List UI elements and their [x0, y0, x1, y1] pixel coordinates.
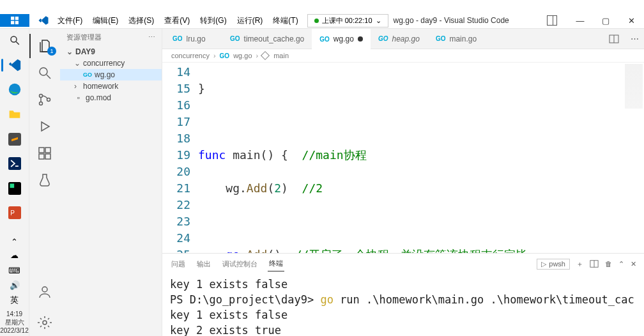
- tree-file-gomod[interactable]: ▫ go.mod: [60, 92, 162, 103]
- go-file-icon: GO: [319, 36, 330, 43]
- tab-wg[interactable]: GOwg.go: [312, 29, 371, 49]
- tree-folder-concurrency[interactable]: ⌄ concurrency: [60, 57, 162, 69]
- activity-testing[interactable]: [29, 167, 60, 194]
- split-editor-button[interactable]: [602, 34, 625, 44]
- task-powershell[interactable]: [4, 153, 26, 174]
- task-pycharm[interactable]: [4, 178, 26, 199]
- tab-label: main.go: [449, 34, 477, 43]
- activity-settings[interactable]: [29, 309, 60, 336]
- go-file-icon: GO: [230, 35, 240, 42]
- terminal-shell-select[interactable]: ▷pwsh: [537, 259, 570, 270]
- activity-debug[interactable]: [29, 113, 60, 140]
- go-file-icon: GO: [378, 35, 388, 42]
- recording-indicator[interactable]: 上课中 00:22:10 ⌄: [307, 14, 388, 27]
- menu-select[interactable]: 选择(S): [123, 13, 159, 28]
- svg-marker-18: [42, 122, 49, 131]
- menu-terminal[interactable]: 终端(T): [268, 13, 303, 28]
- code-content[interactable]: } func main() { //main协程 wg.Add(2) //2 g…: [198, 63, 644, 253]
- task-edge[interactable]: [4, 79, 26, 100]
- project-name: DAY9: [75, 47, 95, 56]
- tab-heap[interactable]: GOheap.go: [371, 29, 428, 49]
- terminal-output[interactable]: key 1 exists false PS D:\go_project\day9…: [162, 274, 644, 336]
- explorer-panel: 资源管理器 ⋯ ⌄ DAY9 ⌄ concurrency GO wg.go › …: [60, 29, 162, 336]
- more-icon[interactable]: ⋯: [148, 33, 155, 42]
- activity-bar: 1: [29, 29, 60, 336]
- more-actions[interactable]: ⋯: [625, 34, 644, 43]
- kill-terminal-button[interactable]: 🗑: [605, 260, 612, 268]
- activity-search[interactable]: [29, 59, 60, 86]
- task-vscode[interactable]: [4, 55, 26, 76]
- editor-area: GOlru.go GOtimeout_cache.go GOwg.go GOhe…: [162, 29, 644, 336]
- chevron-right-icon: ›: [256, 52, 259, 59]
- panel-tab-terminal[interactable]: 终端: [268, 256, 284, 271]
- close-panel-button[interactable]: ✕: [631, 260, 636, 268]
- chevron-down-icon: ⌄: [66, 47, 73, 56]
- tray-ime[interactable]: 英: [4, 294, 26, 306]
- taskbar-clock[interactable]: 14:19 星期六 2022/3/12: [0, 310, 29, 336]
- start-button[interactable]: [0, 14, 29, 27]
- tray-volume[interactable]: 🔊: [4, 280, 26, 291]
- activity-scm[interactable]: [29, 86, 60, 113]
- os-title-strip: [0, 0, 644, 13]
- svg-rect-19: [39, 148, 44, 153]
- breadcrumb-folder[interactable]: concurrency: [171, 52, 210, 59]
- recording-text: 上课中 00:22:10: [322, 16, 372, 26]
- tree-root[interactable]: ⌄ DAY9: [60, 46, 162, 57]
- tab-lru[interactable]: GOlru.go: [165, 29, 222, 49]
- svg-point-6: [8, 84, 20, 95]
- activity-explorer[interactable]: 1: [29, 33, 60, 59]
- panel-tab-debug[interactable]: 调试控制台: [221, 257, 259, 271]
- svg-rect-1: [15, 17, 19, 20]
- maximize-button[interactable]: ▢: [593, 13, 618, 29]
- tray-up[interactable]: ⌃: [4, 237, 26, 246]
- split-terminal-button[interactable]: [590, 259, 599, 268]
- task-sublime[interactable]: [4, 128, 26, 149]
- line-gutter: 141516171819202122232425: [162, 63, 198, 253]
- menu-view[interactable]: 查看(V): [159, 13, 195, 28]
- task-search[interactable]: [4, 30, 26, 51]
- chevron-right-icon: ›: [213, 52, 216, 59]
- new-terminal-button[interactable]: ＋: [576, 259, 583, 269]
- bottom-panel: 问题 输出 调试控制台 终端 ▷pwsh ＋ 🗑 ⌃ ✕ key 1 exist…: [162, 253, 644, 336]
- task-ppt[interactable]: P: [4, 202, 26, 224]
- svg-line-5: [16, 42, 19, 45]
- svg-rect-3: [15, 21, 19, 24]
- breadcrumb-file[interactable]: wg.go: [233, 52, 252, 59]
- panel-tab-problems[interactable]: 问题: [170, 257, 187, 271]
- panel-tabs: 问题 输出 调试控制台 终端 ▷pwsh ＋ 🗑 ⌃ ✕: [162, 254, 644, 274]
- tray-keyboard[interactable]: ⌨: [4, 264, 26, 275]
- breadcrumb[interactable]: concurrency › GO wg.go › main: [162, 49, 644, 63]
- tree-file-wg[interactable]: GO wg.go: [60, 69, 162, 80]
- tab-label: wg.go: [334, 34, 354, 43]
- folder-label: homework: [83, 82, 118, 91]
- file-icon: ▫: [74, 93, 83, 102]
- go-file-icon: GO: [83, 70, 92, 79]
- activity-extensions[interactable]: [29, 140, 60, 167]
- svg-rect-2: [11, 21, 14, 24]
- svg-text:P: P: [10, 210, 15, 217]
- activity-account[interactable]: [29, 279, 60, 305]
- editor-tabs: GOlru.go GOtimeout_cache.go GOwg.go GOhe…: [162, 29, 644, 49]
- menu-goto[interactable]: 转到(G): [195, 13, 231, 28]
- minimize-button[interactable]: —: [567, 13, 593, 29]
- tree-folder-homework[interactable]: › homework: [60, 80, 162, 92]
- layout-button[interactable]: [542, 13, 567, 29]
- svg-point-4: [11, 36, 17, 42]
- task-folder[interactable]: [4, 104, 26, 125]
- maximize-panel-button[interactable]: ⌃: [618, 260, 624, 268]
- tab-main[interactable]: GOmain.go: [428, 29, 486, 49]
- go-file-icon: GO: [220, 52, 230, 59]
- minimap[interactable]: [625, 64, 643, 109]
- panel-tab-output[interactable]: 输出: [195, 257, 212, 271]
- menu-edit[interactable]: 编辑(E): [88, 13, 123, 28]
- svg-rect-0: [11, 17, 14, 20]
- close-button[interactable]: ✕: [618, 13, 644, 29]
- tab-timeout[interactable]: GOtimeout_cache.go: [222, 29, 312, 49]
- code-editor[interactable]: 141516171819202122232425 } func main() {…: [162, 63, 644, 253]
- breadcrumb-symbol[interactable]: main: [273, 52, 289, 59]
- menu-run[interactable]: 运行(R): [232, 13, 268, 28]
- tray-cloud[interactable]: ☁: [4, 250, 26, 261]
- svg-rect-22: [45, 154, 50, 159]
- menu-file[interactable]: 文件(F): [52, 13, 88, 28]
- svg-point-15: [40, 95, 43, 98]
